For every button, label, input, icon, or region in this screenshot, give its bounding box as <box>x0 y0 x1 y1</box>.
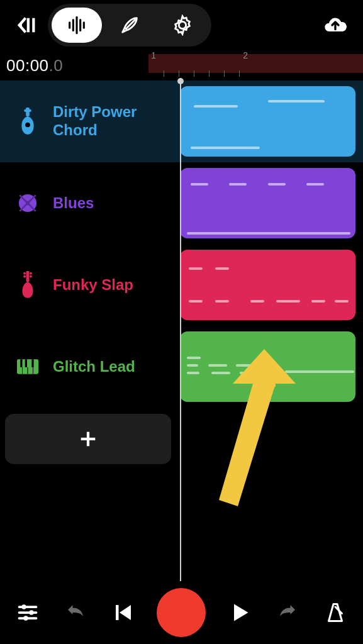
settings-mode-tab[interactable] <box>157 8 208 43</box>
sliders-icon <box>16 601 39 624</box>
svg-marker-36 <box>234 604 249 621</box>
guitar-icon <box>16 107 39 136</box>
svg-point-14 <box>30 272 32 275</box>
svg-point-31 <box>21 604 26 609</box>
svg-point-16 <box>30 275 32 278</box>
ruler-label-2: 2 <box>243 50 248 60</box>
top-bar <box>0 0 363 50</box>
ruler-label-1: 1 <box>151 50 156 60</box>
upload-button[interactable] <box>321 11 349 39</box>
track-clip[interactable] <box>180 250 355 320</box>
transport-bar <box>0 581 363 644</box>
svg-rect-12 <box>26 271 30 282</box>
track-header[interactable]: Funky Slap <box>0 270 180 299</box>
feather-icon <box>119 14 140 36</box>
play-button[interactable] <box>226 599 254 626</box>
add-track-button[interactable] <box>5 414 171 464</box>
track-row[interactable]: Glitch Lead <box>0 326 363 408</box>
track-row[interactable]: Blues <box>0 162 363 244</box>
undo-icon <box>64 601 87 624</box>
mode-switcher <box>48 4 211 47</box>
drum-icon <box>16 189 39 218</box>
track-clip[interactable] <box>180 86 355 157</box>
timecode-display: 00:00.0 <box>6 56 63 75</box>
svg-point-7 <box>25 123 30 128</box>
track-row[interactable]: Funky Slap <box>0 244 363 326</box>
timeline-ruler[interactable]: 1 2 <box>148 50 363 80</box>
playhead[interactable] <box>180 80 181 581</box>
redo-icon <box>276 601 299 624</box>
svg-point-32 <box>29 610 34 615</box>
rewind-button[interactable] <box>109 599 137 626</box>
svg-point-13 <box>23 272 26 275</box>
lyrics-mode-tab[interactable] <box>104 8 155 43</box>
track-list: Dirty Power Chord Blues <box>0 80 363 464</box>
gear-icon <box>172 14 193 36</box>
cloud-upload-icon <box>323 13 348 38</box>
clip-waveform <box>180 168 355 238</box>
svg-rect-6 <box>25 109 31 112</box>
tracks-mode-tab[interactable] <box>52 8 102 43</box>
metronome-icon <box>324 601 347 624</box>
track-row[interactable]: Dirty Power Chord <box>0 80 363 162</box>
track-name-label: Dirty Power Chord <box>53 103 160 140</box>
back-icon <box>16 14 37 36</box>
redo-button[interactable] <box>274 599 301 626</box>
track-name-label: Funky Slap <box>53 276 133 294</box>
play-icon <box>228 601 251 624</box>
track-clip[interactable] <box>180 168 355 238</box>
record-button[interactable] <box>157 588 206 637</box>
svg-rect-34 <box>116 605 119 620</box>
svg-marker-35 <box>120 605 131 620</box>
ruler-region <box>148 54 363 73</box>
back-button[interactable] <box>14 13 39 38</box>
metronome-button[interactable] <box>321 599 349 626</box>
track-header[interactable]: Dirty Power Chord <box>0 103 180 140</box>
clip-waveform <box>180 250 355 320</box>
timecode-fraction: .0 <box>49 56 64 75</box>
svg-point-33 <box>23 616 28 621</box>
svg-rect-18 <box>20 359 22 367</box>
timecode-main: 00:00 <box>6 56 49 75</box>
svg-point-15 <box>23 275 26 278</box>
skip-back-icon <box>112 601 135 624</box>
clip-waveform <box>180 86 355 157</box>
track-name-label: Blues <box>53 194 94 213</box>
clip-waveform <box>180 331 355 402</box>
svg-point-11 <box>26 201 30 205</box>
track-header[interactable]: Glitch Lead <box>0 352 180 381</box>
svg-rect-19 <box>25 359 27 367</box>
mixer-button[interactable] <box>14 599 42 626</box>
bass-icon <box>16 270 39 299</box>
track-header[interactable]: Blues <box>0 189 180 218</box>
track-clip[interactable] <box>180 331 355 402</box>
waveform-icon <box>66 14 87 36</box>
track-name-label: Glitch Lead <box>53 358 135 376</box>
undo-button[interactable] <box>62 599 89 626</box>
keys-icon <box>16 352 39 381</box>
svg-rect-20 <box>31 359 33 367</box>
time-bar: 00:00.0 1 2 <box>0 50 363 80</box>
plus-icon <box>77 428 99 450</box>
